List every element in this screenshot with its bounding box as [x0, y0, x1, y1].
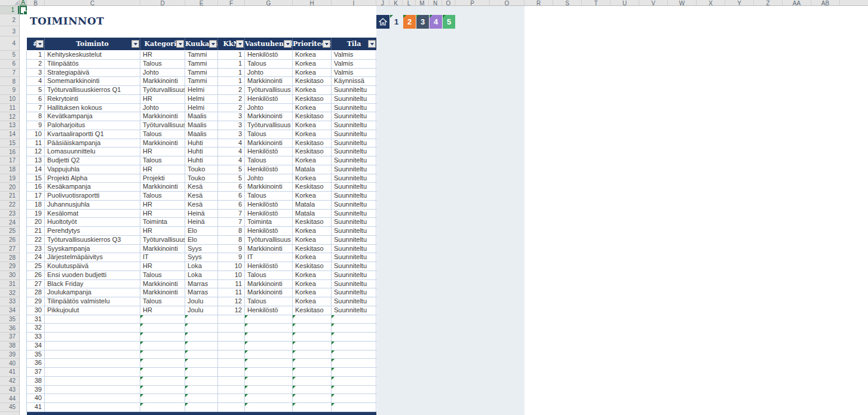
cell-toiminto[interactable]: Kehityskeskustelut: [45, 51, 140, 59]
row-header-5[interactable]: 5: [0, 51, 19, 60]
row-header-18[interactable]: 18: [0, 165, 19, 174]
row-header-4[interactable]: 4: [0, 36, 19, 51]
cell-prioriteetti[interactable]: Korkea: [293, 86, 332, 94]
cell-prioriteetti[interactable]: Korkea: [293, 104, 332, 112]
cell-prioriteetti[interactable]: [293, 324, 332, 332]
cell-prioriteetti[interactable]: Korkea: [293, 253, 332, 262]
cell-toiminto[interactable]: Somemarkkinointi: [45, 77, 140, 85]
column-header-toiminto[interactable]: Toiminto: [45, 38, 140, 50]
cell-toiminto[interactable]: Paloharjoitus: [45, 121, 140, 130]
cell-prioriteetti[interactable]: Korkea: [293, 271, 332, 279]
cell-vastuuhenkilo[interactable]: Talous: [245, 271, 293, 279]
cell-number[interactable]: 3: [27, 69, 45, 77]
column-header-G[interactable]: G: [245, 0, 293, 6]
cell-tila[interactable]: Suunniteltu: [332, 297, 376, 306]
row-header-33[interactable]: 33: [0, 297, 19, 306]
cell-toiminto[interactable]: Kvartaaliraportti Q1: [45, 130, 140, 139]
cell-number[interactable]: 26: [27, 271, 45, 279]
cell-kkn[interactable]: 4: [218, 139, 245, 147]
cell-vastuuhenkilo[interactable]: Markkinointi: [245, 280, 293, 288]
cell-kuukausi[interactable]: Helmi: [185, 86, 218, 94]
cell-kategoria[interactable]: Työturvallisuus: [140, 86, 185, 94]
filter-dropdown-button[interactable]: [176, 40, 184, 48]
cell-prioriteetti[interactable]: Korkea: [293, 60, 332, 68]
cell-prioriteetti[interactable]: Keskitaso: [293, 262, 332, 270]
cell-kategoria[interactable]: HR: [140, 201, 185, 209]
cell-vastuuhenkilo[interactable]: Johto: [245, 104, 293, 112]
cell-prioriteetti[interactable]: [293, 333, 332, 341]
column-header-K[interactable]: K: [389, 0, 403, 6]
cell-number[interactable]: 27: [27, 280, 45, 288]
row-header-9[interactable]: 9: [0, 86, 19, 95]
cell-kategoria[interactable]: Toiminta: [140, 218, 185, 226]
cell-kuukausi[interactable]: Tammi: [185, 77, 218, 85]
cell-kkn[interactable]: 8: [218, 236, 245, 244]
row-header-38[interactable]: 38: [0, 342, 19, 351]
cell-tila[interactable]: Suunniteltu: [332, 236, 376, 244]
cell-prioriteetti[interactable]: Matala: [293, 165, 332, 174]
cell-kategoria[interactable]: Talous: [140, 297, 185, 306]
cell-kuukausi[interactable]: [185, 351, 218, 359]
cell-kkn[interactable]: 3: [218, 112, 245, 121]
cell-number[interactable]: 14: [27, 165, 45, 174]
cell-toiminto[interactable]: Hallituksen kokous: [45, 104, 140, 112]
cell-kuukausi[interactable]: Joulu: [185, 306, 218, 315]
cell-toiminto[interactable]: Strategiapäivä: [45, 69, 140, 77]
cell-kategoria[interactable]: [140, 315, 185, 324]
cell-tila[interactable]: Valmis: [332, 69, 376, 77]
cell-prioriteetti[interactable]: Korkea: [293, 288, 332, 297]
row-header-39[interactable]: 39: [0, 351, 19, 359]
cell-number[interactable]: 21: [27, 227, 45, 235]
cell-prioriteetti[interactable]: Korkea: [293, 121, 332, 130]
cell-vastuuhenkilo[interactable]: Markkinointi: [245, 288, 293, 297]
cell-kkn[interactable]: 1: [218, 51, 245, 59]
cell-number[interactable]: 30: [27, 306, 45, 315]
cell-prioriteetti[interactable]: Keskitaso: [293, 95, 332, 103]
cell-kkn[interactable]: 6: [218, 183, 245, 191]
row-header-35[interactable]: 35: [0, 315, 19, 324]
cell-kategoria[interactable]: HR: [140, 306, 185, 315]
cell-tila[interactable]: [332, 333, 376, 341]
cell-toiminto[interactable]: Kesälomat: [45, 210, 140, 218]
cell-tila[interactable]: Suunniteltu: [332, 210, 376, 218]
cell-tila[interactable]: Suunniteltu: [332, 104, 376, 112]
column-header-N[interactable]: N: [429, 0, 442, 6]
cell-toiminto[interactable]: Järjestelmäpäivitys: [45, 253, 140, 262]
cell-tila[interactable]: [332, 368, 376, 376]
cell-number[interactable]: 25: [27, 262, 45, 270]
row-header-10[interactable]: 10: [0, 95, 19, 104]
column-header-B[interactable]: B: [27, 0, 45, 6]
cell-kategoria[interactable]: [140, 324, 185, 332]
filter-dropdown-button[interactable]: [236, 40, 244, 48]
cell-kkn[interactable]: [218, 377, 245, 385]
cell-prioriteetti[interactable]: Keskitaso: [293, 245, 332, 253]
cell-vastuuhenkilo[interactable]: Henkilöstö: [245, 262, 293, 270]
cell-tila[interactable]: Valmis: [332, 60, 376, 68]
cell-toiminto[interactable]: [45, 394, 140, 402]
cell-number[interactable]: 4: [27, 77, 45, 85]
cell-prioriteetti[interactable]: [293, 359, 332, 367]
nav-page-3-button[interactable]: 3: [416, 15, 429, 29]
column-header-AB[interactable]: AB: [811, 0, 840, 6]
cell-vastuuhenkilo[interactable]: Markkinointi: [245, 77, 293, 85]
cell-kkn[interactable]: 5: [218, 165, 245, 174]
cell-kuukausi[interactable]: [185, 315, 218, 324]
cell-vastuuhenkilo[interactable]: [245, 394, 293, 402]
cell-kuukausi[interactable]: [185, 377, 218, 385]
cell-vastuuhenkilo[interactable]: Työturvallisuus: [245, 121, 293, 130]
row-header-23[interactable]: 23: [0, 210, 19, 219]
cell-number[interactable]: 41: [27, 403, 45, 411]
cell-tila[interactable]: Suunniteltu: [332, 201, 376, 209]
cell-kuukausi[interactable]: Huhti: [185, 139, 218, 147]
cell-kategoria[interactable]: [140, 333, 185, 341]
cell-kategoria[interactable]: Talous: [140, 60, 185, 68]
cell-kkn[interactable]: 2: [218, 95, 245, 103]
cell-tila[interactable]: [332, 324, 376, 332]
cell-number[interactable]: 16: [27, 183, 45, 191]
cell-kategoria[interactable]: Markkinointi: [140, 280, 185, 288]
cell-kkn[interactable]: [218, 333, 245, 341]
cell-kkn[interactable]: [218, 386, 245, 394]
cell-kuukausi[interactable]: Kesä: [185, 201, 218, 209]
cell-number[interactable]: 9: [27, 121, 45, 130]
cell-kkn[interactable]: [218, 351, 245, 359]
